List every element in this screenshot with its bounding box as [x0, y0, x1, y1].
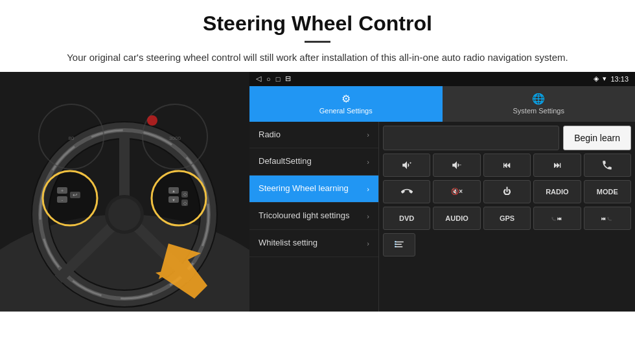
svg-text:3000: 3000 — [169, 135, 181, 141]
vol-up-button[interactable]: + — [383, 154, 430, 177]
svg-text:📞: 📞 — [551, 216, 557, 221]
vol-down-button[interactable]: − — [433, 154, 480, 177]
location-icon: ◈ — [594, 74, 599, 83]
menu-item-tricoloured[interactable]: Tricoloured light settings › — [249, 203, 378, 230]
control-row-2: 🔇× ⏻ RADIO MODE — [383, 180, 631, 203]
menu-item-radio-label: Radio — [259, 130, 367, 141]
next-track-button[interactable]: ⏭ — [533, 154, 581, 177]
tab-system[interactable]: 🌐 System Settings — [443, 86, 636, 122]
radio-button[interactable]: RADIO — [533, 180, 581, 203]
svg-rect-42 — [395, 241, 396, 242]
svg-text:80: 80 — [69, 135, 75, 141]
tab-general[interactable]: ⚙ General Settings — [249, 86, 443, 122]
chevron-icon-tricoloured: › — [367, 212, 369, 220]
control-row-last — [383, 233, 631, 256]
svg-text:+: + — [409, 160, 411, 164]
menu-item-steering[interactable]: Steering Wheel learning › — [249, 176, 378, 203]
gps-button[interactable]: GPS — [483, 207, 531, 230]
tel-next-button[interactable]: ⏭ 📞 — [584, 207, 631, 230]
menu-nav-icon[interactable]: ⊟ — [285, 74, 291, 83]
phone-answer-button[interactable] — [584, 154, 631, 177]
svg-rect-43 — [395, 243, 396, 244]
general-settings-icon: ⚙ — [341, 93, 351, 105]
page-title: Steering Wheel Control — [26, 12, 609, 36]
android-ui: ◁ ○ □ ⊟ ◈ ▾ 13:13 ⚙ General Settings 🌐 S… — [249, 72, 635, 312]
status-bar-status: ◈ ▾ 13:13 — [594, 74, 629, 83]
main-content: Radio › DefaultSetting › Steering Wheel … — [249, 122, 635, 312]
svg-text:📞: 📞 — [607, 216, 612, 221]
audio-button[interactable]: AUDIO — [433, 207, 480, 230]
status-bar: ◁ ○ □ ⊟ ◈ ▾ 13:13 — [249, 72, 635, 86]
menu-item-radio[interactable]: Radio › — [249, 122, 378, 149]
chevron-icon-default: › — [367, 158, 369, 166]
svg-text:⏮: ⏮ — [557, 216, 562, 220]
page-subtitle: Your original car's steering wheel contr… — [26, 51, 609, 65]
tel-prev-button[interactable]: 📞 ⏮ — [533, 207, 581, 230]
chevron-icon-radio: › — [367, 131, 369, 139]
begin-learn-input[interactable] — [383, 126, 559, 150]
menu-item-whitelist-label: Whitelist setting — [259, 238, 367, 249]
begin-learn-row: Begin learn — [383, 126, 631, 150]
hang-up-button[interactable] — [383, 180, 430, 203]
tab-general-label: General Settings — [319, 107, 373, 115]
page-header: Steering Wheel Control Your original car… — [0, 0, 635, 72]
control-row-1: + − ⏮ ⏭ — [383, 154, 631, 177]
back-nav-icon[interactable]: ◁ — [256, 74, 261, 83]
menu-item-default[interactable]: DefaultSetting › — [249, 148, 378, 176]
list-icon-button[interactable] — [383, 233, 415, 256]
svg-rect-44 — [395, 245, 396, 247]
prev-track-button[interactable]: ⏮ — [483, 154, 531, 177]
title-divider — [305, 41, 330, 43]
power-button[interactable]: ⏻ — [483, 180, 531, 203]
dvd-button[interactable]: DVD — [383, 207, 430, 230]
svg-text:⏭: ⏭ — [601, 216, 606, 220]
tab-system-label: System Settings — [513, 107, 564, 115]
svg-point-10 — [108, 198, 141, 231]
system-settings-icon: 🌐 — [532, 93, 545, 105]
svg-point-31 — [147, 115, 157, 126]
chevron-icon-whitelist: › — [367, 240, 369, 247]
home-nav-icon[interactable]: ○ — [266, 75, 271, 83]
svg-text:↩: ↩ — [73, 192, 78, 198]
left-menu: Radio › DefaultSetting › Steering Wheel … — [249, 122, 379, 312]
svg-text:▼: ▼ — [172, 198, 176, 202]
menu-item-whitelist[interactable]: Whitelist setting › — [249, 230, 378, 257]
signal-icon: ▾ — [603, 74, 606, 83]
chevron-icon-steering: › — [367, 185, 369, 193]
menu-item-steering-label: Steering Wheel learning — [259, 183, 367, 194]
recent-nav-icon[interactable]: □ — [276, 75, 281, 83]
content-area: + - ↩ ▲ ▼ ◇ ◇ 80 3000 — [0, 72, 635, 312]
begin-learn-button[interactable]: Begin learn — [563, 126, 631, 150]
svg-point-11 — [43, 171, 97, 225]
status-bar-nav: ◁ ○ □ ⊟ — [256, 74, 291, 83]
control-row-3: DVD AUDIO GPS 📞 ⏮ ⏭ 📞 — [383, 207, 631, 230]
tab-bar: ⚙ General Settings 🌐 System Settings — [249, 86, 635, 122]
menu-item-default-label: DefaultSetting — [259, 156, 367, 167]
svg-text:+: + — [61, 188, 64, 193]
svg-text:▲: ▲ — [172, 189, 176, 193]
mute-button[interactable]: 🔇× — [433, 180, 480, 203]
menu-item-tricoloured-label: Tricoloured light settings — [259, 210, 367, 222]
time-display: 13:13 — [610, 75, 629, 83]
svg-text:−: − — [459, 163, 462, 167]
right-panel: Begin learn + − — [379, 122, 635, 312]
car-image-area: + - ↩ ▲ ▼ ◇ ◇ 80 3000 — [0, 72, 249, 312]
mode-button[interactable]: MODE — [584, 180, 631, 203]
